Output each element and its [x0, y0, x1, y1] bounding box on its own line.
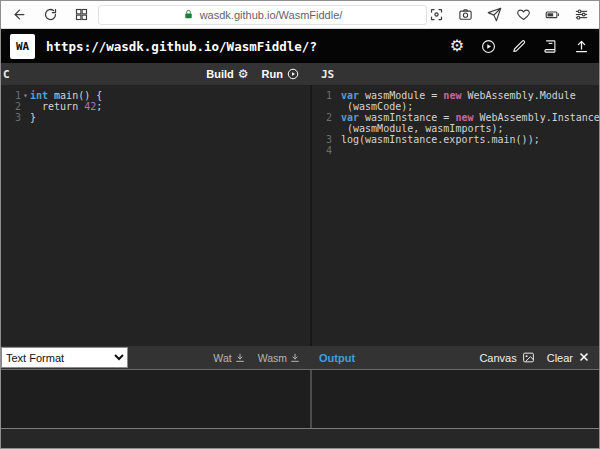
- reload-icon[interactable]: [41, 6, 59, 24]
- code-line[interactable]: 2 return 42;: [1, 101, 310, 112]
- c-pane-toolbar: C Build ⚙ Run: [1, 63, 312, 85]
- build-gear-icon: ⚙: [238, 68, 249, 80]
- run-button[interactable]: Run: [262, 68, 299, 80]
- browser-nav-group: [10, 6, 90, 24]
- fold-gutter: [21, 101, 30, 112]
- output-tab-label[interactable]: Output: [319, 352, 355, 364]
- code-text: return 42;: [30, 101, 102, 112]
- output-toolbar-right: Output Canvas Clear: [312, 346, 599, 369]
- browser-chrome: wasdk.github.io/WasmFiddle/: [1, 1, 599, 29]
- code-text: log(wasmInstance.exports.main());: [341, 134, 540, 145]
- js-pane-label: JS: [319, 68, 334, 81]
- run-label: Run: [262, 68, 283, 80]
- clear-label: Clear: [547, 352, 573, 364]
- code-line[interactable]: 3log(wasmInstance.exports.main());: [312, 134, 599, 145]
- fold-gutter: [332, 112, 341, 123]
- fold-gutter: [21, 112, 30, 123]
- code-line[interactable]: 1▾int main() {: [1, 90, 310, 101]
- heart-icon[interactable]: [514, 6, 532, 24]
- fold-gutter: [332, 90, 341, 101]
- header-action-group: ⚙: [448, 37, 590, 55]
- tune-icon[interactable]: [572, 6, 590, 24]
- back-icon[interactable]: [10, 6, 28, 24]
- capture-icon[interactable]: [427, 6, 445, 24]
- line-number: [312, 101, 332, 112]
- editor-toolbar: C Build ⚙ Run JS: [1, 63, 599, 85]
- download-icon: [235, 353, 245, 363]
- code-line[interactable]: 3}: [1, 112, 310, 123]
- settings-gear-icon[interactable]: ⚙: [448, 37, 466, 55]
- clear-button[interactable]: Clear: [547, 351, 590, 365]
- fold-icon[interactable]: ▾: [21, 90, 30, 101]
- code-line[interactable]: (wasmModule, wasmImports);: [312, 123, 599, 134]
- fold-gutter: [332, 123, 341, 134]
- code-line[interactable]: 4: [312, 145, 599, 156]
- code-text: var wasmInstance = new WebAssembly.Insta…: [341, 112, 599, 123]
- code-text: (wasmModule, wasmImports);: [341, 123, 504, 134]
- line-number: 2: [1, 101, 21, 112]
- format-select[interactable]: Text Format: [1, 347, 128, 368]
- line-number: 4: [312, 145, 332, 156]
- fold-gutter: [332, 145, 341, 156]
- run-play-circle-icon: [287, 68, 299, 80]
- download-icon: [290, 353, 300, 363]
- output-pane-right[interactable]: [312, 370, 599, 428]
- line-number: 1: [1, 90, 21, 101]
- download-wasm-button[interactable]: Wasm: [258, 352, 300, 364]
- browser-action-group: [427, 6, 590, 24]
- editor-split: 1▾int main() {2 return 42;3} 1var wasmMo…: [1, 85, 599, 346]
- canvas-label: Canvas: [479, 352, 516, 364]
- url-text[interactable]: wasdk.github.io/WasmFiddle/: [200, 9, 343, 21]
- download-group: Wat Wasm: [213, 352, 312, 364]
- battery-icon[interactable]: [543, 6, 561, 24]
- code-line[interactable]: (wasmCode);: [312, 101, 599, 112]
- wat-label: Wat: [213, 352, 231, 364]
- output-toolbar: Text Format Wat Wasm Output Canvas: [1, 346, 599, 369]
- close-icon: [578, 351, 590, 365]
- wasm-label: Wasm: [258, 352, 287, 364]
- run-play-icon[interactable]: [479, 37, 497, 55]
- lock-icon: [183, 9, 195, 21]
- download-wat-button[interactable]: Wat: [213, 352, 244, 364]
- code-text: var wasmModule = new WebAssembly.Module: [341, 90, 576, 101]
- send-icon[interactable]: [485, 6, 503, 24]
- docs-book-icon[interactable]: [541, 37, 559, 55]
- js-code-editor[interactable]: 1var wasmModule = new WebAssembly.Module…: [312, 85, 599, 346]
- build-label: Build: [206, 68, 234, 80]
- fiddle-url-title: https://wasdk.github.io/WasmFiddle/?: [46, 39, 317, 54]
- output-split: [1, 369, 599, 428]
- camera-icon[interactable]: [456, 6, 474, 24]
- bottom-panel: [1, 428, 599, 449]
- fold-gutter: [332, 134, 341, 145]
- browser-window: wasdk.github.io/WasmFiddle/ WA: [0, 0, 600, 449]
- apps-grid-icon[interactable]: [72, 6, 90, 24]
- app-header: WA https://wasdk.github.io/WasmFiddle/? …: [1, 29, 599, 63]
- fold-gutter: [332, 101, 341, 112]
- canvas-button[interactable]: Canvas: [479, 351, 534, 364]
- line-number: 3: [1, 112, 21, 123]
- code-line[interactable]: 1var wasmModule = new WebAssembly.Module: [312, 90, 599, 101]
- build-button[interactable]: Build ⚙: [206, 68, 248, 80]
- c-pane-label: C: [1, 68, 10, 81]
- canvas-clear-group: Canvas Clear: [479, 351, 599, 365]
- code-text: (wasmCode);: [341, 101, 413, 112]
- js-pane-toolbar: JS: [312, 63, 599, 85]
- build-run-group: Build ⚙ Run: [206, 68, 312, 80]
- code-line[interactable]: 2var wasmInstance = new WebAssembly.Inst…: [312, 112, 599, 123]
- line-number: 3: [312, 134, 332, 145]
- address-bar[interactable]: wasdk.github.io/WasmFiddle/: [98, 5, 427, 25]
- c-code-editor[interactable]: 1▾int main() {2 return 42;3}: [1, 85, 312, 346]
- wasmfiddle-logo[interactable]: WA: [10, 34, 35, 59]
- line-number: [312, 123, 332, 134]
- code-text: }: [30, 112, 36, 123]
- line-number: 2: [312, 112, 332, 123]
- output-pane-left[interactable]: [1, 370, 312, 428]
- upload-icon[interactable]: [572, 37, 590, 55]
- output-toolbar-left: Text Format Wat Wasm: [1, 346, 312, 369]
- line-number: 1: [312, 90, 332, 101]
- edit-pen-icon[interactable]: [510, 37, 528, 55]
- code-text: int main() {: [30, 90, 102, 101]
- image-icon: [522, 351, 535, 364]
